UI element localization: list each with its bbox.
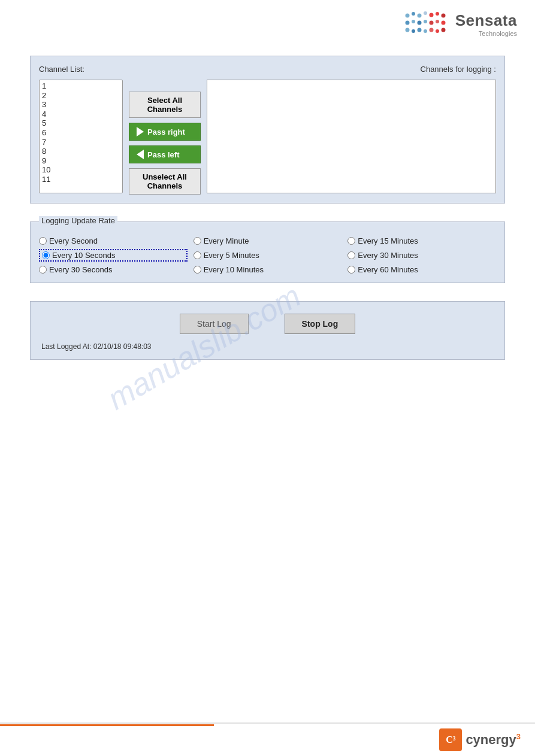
svg-point-18 <box>429 28 433 32</box>
log-control-panel: Start Log Stop Log Last Logged At: 02/10… <box>30 301 505 360</box>
svg-point-17 <box>424 29 427 33</box>
radio-every-30-minutes[interactable]: Every 30 Minutes <box>347 249 496 262</box>
svg-point-7 <box>405 21 409 25</box>
pass-left-arrow-icon <box>137 150 144 159</box>
radio-every-5-minutes[interactable]: Every 5 Minutes <box>194 249 342 262</box>
channels-for-logging-box <box>207 80 496 193</box>
channels-for-logging-section <box>207 80 496 193</box>
select-all-channels-button[interactable]: Select All Channels <box>129 92 201 118</box>
logging-panel-title: Logging Update Rate <box>39 216 117 225</box>
unselect-all-channels-button[interactable]: Unselect All Channels <box>129 168 201 195</box>
svg-point-5 <box>436 12 439 16</box>
svg-point-14 <box>405 28 409 32</box>
pass-left-button[interactable]: Pass left <box>129 145 201 163</box>
radio-every-15-minutes[interactable]: Every 15 Minutes <box>347 236 496 245</box>
channel-buttons: Select All Channels Pass right Pass left… <box>129 92 201 195</box>
channel-list-section: 1 2 3 4 5 6 7 8 9 10 11 <box>39 80 123 193</box>
cynergy-text: cynergy3 <box>466 732 521 748</box>
svg-point-10 <box>424 20 427 23</box>
svg-point-9 <box>417 21 421 25</box>
svg-point-4 <box>429 13 433 17</box>
main-content: Channel List: Channels for logging : 1 2… <box>0 44 535 378</box>
channel-listbox[interactable]: 1 2 3 4 5 6 7 8 9 10 11 <box>39 80 123 193</box>
svg-point-16 <box>417 28 421 32</box>
svg-point-2 <box>417 14 421 18</box>
pass-right-arrow-icon <box>137 127 144 136</box>
cynergy-icon: C³ <box>439 728 462 751</box>
footer: C³ cynergy3 <box>0 722 535 756</box>
radio-every-10-seconds[interactable]: Every 10 Seconds <box>39 249 188 262</box>
svg-point-3 <box>424 11 427 15</box>
svg-point-13 <box>441 21 445 25</box>
svg-point-11 <box>429 21 433 25</box>
cynergy-logo: C³ cynergy3 <box>439 728 521 751</box>
last-logged-label: Last Logged At: 02/10/18 09:48:03 <box>39 342 496 351</box>
start-log-button[interactable]: Start Log <box>180 314 249 334</box>
svg-point-0 <box>405 14 409 18</box>
svg-point-20 <box>441 28 445 32</box>
radio-every-30-seconds[interactable]: Every 30 Seconds <box>39 265 188 274</box>
channel-panel-inner: 1 2 3 4 5 6 7 8 9 10 11 Select All Chann <box>39 80 496 195</box>
radio-every-second[interactable]: Every Second <box>39 236 188 245</box>
channel-panel: Channel List: Channels for logging : 1 2… <box>30 56 505 204</box>
radio-every-10-minutes[interactable]: Every 10 Minutes <box>194 265 342 274</box>
svg-point-8 <box>412 20 415 23</box>
logging-panel: Logging Update Rate Every Second Every M… <box>30 221 505 283</box>
channels-for-logging-label: Channels for logging : <box>421 65 496 74</box>
svg-point-1 <box>412 12 415 16</box>
logging-grid: Every Second Every Minute Every 15 Minut… <box>39 236 496 274</box>
svg-point-19 <box>436 29 439 33</box>
sensata-brand-text: Sensata Technologies <box>455 11 517 37</box>
svg-point-12 <box>436 20 439 23</box>
svg-point-15 <box>412 29 415 33</box>
channel-list-label: Channel List: <box>39 65 84 74</box>
sensata-logo: Sensata Technologies <box>403 11 517 38</box>
svg-point-6 <box>441 14 445 18</box>
sensata-logo-dots <box>403 11 451 38</box>
header: Sensata Technologies <box>0 0 535 44</box>
panel-header-row: Channel List: Channels for logging : <box>39 65 496 76</box>
radio-every-minute[interactable]: Every Minute <box>194 236 342 245</box>
log-buttons-row: Start Log Stop Log <box>39 314 496 334</box>
pass-right-button[interactable]: Pass right <box>129 123 201 141</box>
stop-log-button[interactable]: Stop Log <box>285 314 356 334</box>
radio-every-60-minutes[interactable]: Every 60 Minutes <box>347 265 496 274</box>
